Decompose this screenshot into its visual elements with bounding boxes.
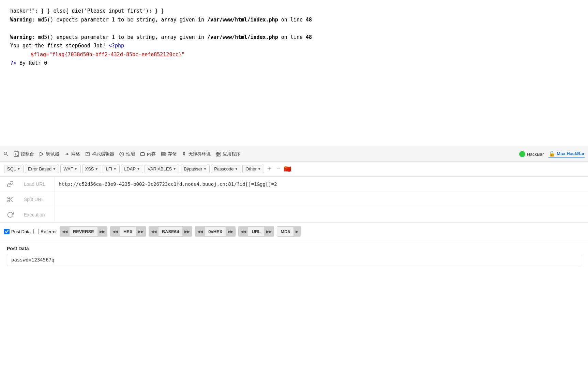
reverse-left-arrow: ◀◀ xyxy=(60,227,70,236)
hex-label: HEX xyxy=(120,227,136,236)
devtools-inspect[interactable] xyxy=(3,151,9,157)
refresh-icon xyxy=(7,211,14,218)
load-url-label[interactable]: Load URL xyxy=(20,177,55,192)
svg-point-0 xyxy=(4,152,7,155)
url-button[interactable]: ◀◀ URL ▶▶ xyxy=(238,226,274,237)
main-content: hacker!"; } } else{ die('Please input fi… xyxy=(0,0,588,147)
svg-rect-1 xyxy=(14,152,19,156)
hex-button[interactable]: ◀◀ HEX ▶▶ xyxy=(110,226,146,237)
success-line: You got the first stepGood Job! <?php xyxy=(10,42,578,50)
warning-line-2: Warning: md5() expects parameter 1 to be… xyxy=(10,33,578,42)
base64-label: BASE64 xyxy=(159,227,183,236)
url-display[interactable]: http://c52d56ca-63e9-4235-b002-3c26723cc… xyxy=(55,179,588,190)
max-hackbar-button[interactable]: 🔒 Max HackBar xyxy=(548,150,585,158)
php-close-tag: ?> xyxy=(10,60,16,66)
scissors-icon-cell xyxy=(0,192,20,207)
split-url-row: Split URL xyxy=(0,192,588,207)
devtools-bar: 控制台 调试器 网络 样式编辑器 性能 内存 xyxy=(0,147,588,162)
xss-button[interactable]: XSS ▼ xyxy=(82,165,102,173)
lfi-arrow: ▼ xyxy=(113,167,117,171)
hex-right-arrow: ▶▶ xyxy=(136,227,146,236)
warning-line-1: Warning: md5() expects parameter 1 to be… xyxy=(10,16,578,25)
bypasser-arrow: ▼ xyxy=(203,167,207,171)
china-flag-icon: 🇨🇳 xyxy=(284,165,291,173)
xss-arrow: ▼ xyxy=(95,167,99,171)
variables-arrow: ▼ xyxy=(173,167,176,171)
devtools-storage[interactable]: 存储 xyxy=(161,151,177,157)
load-url-row: Load URL http://c52d56ca-63e9-4235-b002-… xyxy=(0,177,588,192)
ldap-arrow: ▼ xyxy=(137,167,140,171)
post-data-checkbox[interactable] xyxy=(4,229,10,234)
hackbar-toolbar: SQL ▼ Error Based ▼ WAF ▼ XSS ▼ LFI ▼ LD… xyxy=(0,162,588,177)
svg-rect-6 xyxy=(161,154,165,156)
svg-rect-4 xyxy=(140,153,145,155)
passcode-arrow: ▼ xyxy=(235,167,238,171)
execution-icon-cell xyxy=(0,207,20,222)
hex-left-arrow: ◀◀ xyxy=(110,227,120,236)
add-tab-button[interactable]: + xyxy=(266,165,273,172)
lock-icon: 🔒 xyxy=(548,150,555,157)
lfi-button[interactable]: LFI ▼ xyxy=(103,165,120,173)
referrer-checkbox[interactable] xyxy=(33,229,39,234)
scissors-icon xyxy=(7,196,14,203)
ldap-button[interactable]: LDAP ▼ xyxy=(121,165,143,173)
other-button[interactable]: Other ▼ xyxy=(242,165,264,173)
console-icon xyxy=(14,151,19,157)
code-line-1: hacker!"; } } else{ die('Please input fi… xyxy=(10,7,578,16)
devtools-memory[interactable]: 内存 xyxy=(140,151,156,157)
split-url-label[interactable]: Split URL xyxy=(20,192,55,207)
devtools-network[interactable]: 网络 xyxy=(64,151,80,157)
reverse-label: REVERSE xyxy=(70,227,97,236)
bottom-toolbar: Post Data Referrer ◀◀ REVERSE ▶▶ ◀◀ HEX … xyxy=(0,223,588,240)
md5-button[interactable]: MD5 ▶ xyxy=(277,226,300,237)
waf-arrow: ▼ xyxy=(74,167,78,171)
reverse-button[interactable]: ◀◀ REVERSE ▶▶ xyxy=(60,226,107,237)
performance-icon xyxy=(119,151,124,157)
url-left-arrow: ◀◀ xyxy=(239,227,248,236)
link-icon xyxy=(7,181,14,188)
oxhex-button[interactable]: ◀◀ 0xHEX ▶▶ xyxy=(195,226,236,237)
split-url-input[interactable] xyxy=(55,197,588,202)
devtools-style[interactable]: 样式编辑器 xyxy=(85,151,114,157)
svg-rect-5 xyxy=(161,152,165,154)
warning-label-1: Warning xyxy=(10,17,32,23)
execution-row: Execution xyxy=(0,207,588,223)
devtools-accessibility[interactable]: 无障碍环境 xyxy=(181,151,211,157)
devtools-debugger[interactable]: 调试器 xyxy=(39,151,59,157)
passcode-button[interactable]: Passcode ▼ xyxy=(211,165,241,173)
memory-icon xyxy=(140,151,145,157)
flag-line: $flag="flag{7038d50b-bff2-432d-85bc-eefe… xyxy=(10,50,578,59)
referrer-check-group[interactable]: Referrer xyxy=(33,229,57,234)
warning-label-2: Warning xyxy=(10,34,32,40)
php-close-line: ?> By Retr_0 xyxy=(10,59,578,68)
base64-button[interactable]: ◀◀ BASE64 ▶▶ xyxy=(149,226,193,237)
remove-tab-button[interactable]: − xyxy=(274,165,282,172)
svg-rect-12 xyxy=(217,152,219,153)
svg-marker-2 xyxy=(40,152,43,156)
error-based-button[interactable]: Error Based ▼ xyxy=(25,165,59,173)
md5-label: MD5 xyxy=(277,227,293,236)
devtools-performance[interactable]: 性能 xyxy=(119,151,135,157)
execution-input[interactable] xyxy=(55,212,588,217)
base64-left-arrow: ◀◀ xyxy=(149,227,159,236)
devtools-console[interactable]: 控制台 xyxy=(14,151,34,157)
post-data-check-group[interactable]: Post Data xyxy=(4,229,31,234)
hackbar-button[interactable]: HackBar xyxy=(519,151,544,157)
execution-label[interactable]: Execution xyxy=(20,207,55,222)
variables-button[interactable]: VARIABLES ▼ xyxy=(145,165,179,173)
hackbar-green-dot xyxy=(519,151,525,157)
post-data-section: Post Data passwd=1234567q xyxy=(0,240,588,272)
post-data-section-label: Post Data xyxy=(7,246,581,251)
other-arrow: ▼ xyxy=(258,167,261,171)
base64-right-arrow: ▶▶ xyxy=(182,227,192,236)
flag-variable: $flag= xyxy=(31,51,49,58)
inspect-icon xyxy=(3,151,9,157)
sql-button[interactable]: SQL ▼ xyxy=(4,165,24,173)
svg-point-7 xyxy=(184,152,185,153)
bypasser-button[interactable]: Bypasser ▼ xyxy=(181,165,210,173)
post-data-input[interactable]: passwd=1234567q xyxy=(7,254,581,266)
apps-icon xyxy=(215,151,221,157)
storage-icon xyxy=(161,151,166,157)
devtools-apps[interactable]: 应用程序 xyxy=(215,151,240,157)
waf-button[interactable]: WAF ▼ xyxy=(60,165,80,173)
